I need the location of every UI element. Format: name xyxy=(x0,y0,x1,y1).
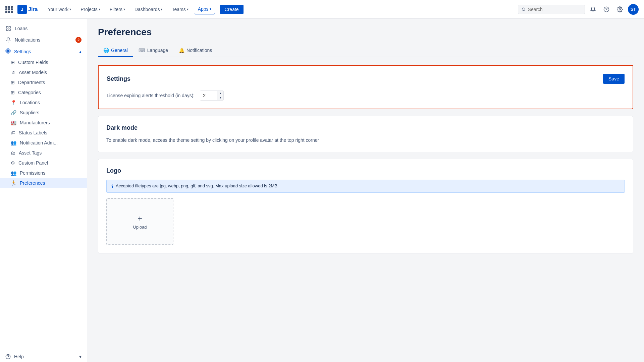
license-threshold-input[interactable] xyxy=(200,91,217,100)
tabs: 🌐 General ⌨ Language 🔔 Notifications xyxy=(98,44,633,57)
settings-card: Settings Save License expiring alerts th… xyxy=(98,65,633,109)
sidebar-item-asset-models[interactable]: 🖥 Asset Models xyxy=(0,67,87,77)
settings-card-title: Settings xyxy=(107,75,130,82)
permissions-icon: 👥 xyxy=(11,170,16,176)
spinner-buttons: ▲ ▼ xyxy=(217,91,223,100)
sidebar-settings-header[interactable]: Settings ▴ xyxy=(0,46,87,57)
sidebar-item-preferences[interactable]: 🏃 Preferences xyxy=(0,178,87,188)
main-content: Preferences 🌐 General ⌨ Language 🔔 Notif… xyxy=(87,19,644,362)
dark-mode-card: Dark mode To enable dark mode, access th… xyxy=(98,116,633,152)
top-navigation: J Jira Your work ▾ Projects ▾ Filters ▾ … xyxy=(0,0,644,19)
sidebar-item-notification-adm[interactable]: 👥 Notification Adm... xyxy=(0,138,87,148)
sidebar-item-departments[interactable]: ⊞ Departments xyxy=(0,77,87,87)
upload-area[interactable]: + Upload xyxy=(106,198,173,245)
nav-your-work[interactable]: Your work ▾ xyxy=(44,5,74,14)
tab-general[interactable]: 🌐 General xyxy=(98,44,133,57)
asset-models-icon: 🖥 xyxy=(11,70,15,75)
dark-mode-description: To enable dark mode, access the theme se… xyxy=(106,137,625,144)
tab-language[interactable]: ⌨ Language xyxy=(133,44,173,57)
settings-gear-icon xyxy=(5,48,11,55)
sidebar-item-locations[interactable]: 📍 Locations xyxy=(0,98,87,108)
sidebar: Loans Notifications 2 Settings ▴ xyxy=(0,19,87,362)
sidebar-item-permissions[interactable]: 👥 Permissions xyxy=(0,168,87,178)
suppliers-icon: 🔗 xyxy=(11,110,16,115)
status-labels-icon: 🏷 xyxy=(11,130,15,135)
notification-adm-icon: 👥 xyxy=(11,140,16,145)
manufacturers-icon: 🏭 xyxy=(11,120,16,125)
upload-label: Upload xyxy=(133,225,147,230)
nav-apps[interactable]: Apps ▾ xyxy=(195,4,215,14)
chevron-down-icon: ▾ xyxy=(187,7,189,11)
chevron-down-icon: ▾ xyxy=(123,7,125,11)
sidebar-item-loans[interactable]: Loans xyxy=(0,23,87,34)
sidebar-notifications-label: Notifications xyxy=(15,37,40,43)
spinner-up-button[interactable]: ▲ xyxy=(217,91,223,96)
svg-line-1 xyxy=(525,10,525,11)
preferences-icon: 🏃 xyxy=(11,180,16,186)
spinner-down-button[interactable]: ▼ xyxy=(217,96,223,100)
settings-label: Settings xyxy=(14,49,31,54)
jira-logo-icon: J xyxy=(17,5,27,14)
bell-icon xyxy=(5,37,11,43)
sidebar-help[interactable]: Help ▾ xyxy=(0,351,87,362)
upload-plus-icon: + xyxy=(138,214,142,223)
sidebar-item-suppliers[interactable]: 🔗 Suppliers xyxy=(0,108,87,118)
svg-point-0 xyxy=(522,8,525,10)
search-input[interactable] xyxy=(528,7,581,12)
categories-icon: ⊞ xyxy=(11,90,15,95)
svg-rect-8 xyxy=(6,29,8,31)
sidebar-item-notifications[interactable]: Notifications 2 xyxy=(0,34,87,46)
license-threshold-field: License expiring alerts threshold (in da… xyxy=(107,90,625,101)
custom-panel-icon: ⚙ xyxy=(11,160,15,166)
settings-gear-icon[interactable] xyxy=(614,4,625,15)
jira-logo-text: Jira xyxy=(28,6,38,12)
apps-grid-icon[interactable] xyxy=(5,6,13,13)
svg-rect-6 xyxy=(9,26,10,28)
sidebar-item-asset-tags[interactable]: 🗂 Asset Tags xyxy=(0,148,87,158)
notifications-bell-icon[interactable] xyxy=(588,4,598,15)
license-threshold-input-wrapper: ▲ ▼ xyxy=(200,90,224,101)
globe-icon: 🌐 xyxy=(103,48,109,53)
help-icon[interactable] xyxy=(601,4,612,15)
info-icon: ℹ xyxy=(111,184,113,189)
custom-fields-icon: ⊞ xyxy=(11,60,15,65)
sidebar-item-categories[interactable]: ⊞ Categories xyxy=(0,87,87,98)
nav-filters[interactable]: Filters ▾ xyxy=(106,5,128,14)
sidebar-loans-label: Loans xyxy=(15,26,28,31)
loans-icon xyxy=(5,25,11,32)
nav-projects[interactable]: Projects ▾ xyxy=(77,5,104,14)
dark-mode-title: Dark mode xyxy=(106,124,625,131)
chevron-down-icon: ▾ xyxy=(210,7,211,11)
sidebar-item-manufacturers[interactable]: 🏭 Manufacturers xyxy=(0,118,87,128)
sidebar-item-custom-panel[interactable]: ⚙ Custom Panel xyxy=(0,158,87,168)
tab-notifications[interactable]: 🔔 Notifications xyxy=(173,44,217,57)
logo-card-title: Logo xyxy=(106,167,625,174)
departments-icon: ⊞ xyxy=(11,80,15,85)
svg-point-9 xyxy=(7,50,9,52)
logo-card: Logo ℹ Accepted filetypes are jpg, webp,… xyxy=(98,159,633,253)
svg-rect-5 xyxy=(6,26,8,28)
svg-rect-7 xyxy=(9,29,10,31)
avatar[interactable]: ST xyxy=(628,4,639,15)
chevron-down-icon: ▾ xyxy=(69,7,71,11)
sidebar-item-status-labels[interactable]: 🏷 Status Labels xyxy=(0,128,87,138)
nav-dashboards[interactable]: Dashboards ▾ xyxy=(131,5,166,14)
asset-tags-icon: 🗂 xyxy=(11,150,15,156)
search-box[interactable] xyxy=(518,5,585,14)
sidebar-item-custom-fields[interactable]: ⊞ Custom Fields xyxy=(0,57,87,67)
settings-section: Settings ▴ ⊞ Custom Fields 🖥 Asset Model… xyxy=(0,46,87,188)
notifications-badge: 2 xyxy=(75,37,82,43)
create-button[interactable]: Create xyxy=(220,5,244,14)
search-icon xyxy=(522,7,526,12)
keyboard-icon: ⌨ xyxy=(139,48,145,53)
save-button[interactable]: Save xyxy=(603,74,625,84)
settings-children: ⊞ Custom Fields 🖥 Asset Models ⊞ Departm… xyxy=(0,57,87,188)
bell-tab-icon: 🔔 xyxy=(179,48,184,53)
chevron-down-icon: ▾ xyxy=(79,354,82,359)
chevron-up-icon: ▴ xyxy=(79,49,82,54)
jira-logo[interactable]: J Jira xyxy=(17,5,38,14)
nav-teams[interactable]: Teams ▾ xyxy=(168,5,192,14)
license-threshold-label: License expiring alerts threshold (in da… xyxy=(107,93,195,98)
page-title: Preferences xyxy=(98,27,633,38)
svg-point-4 xyxy=(619,8,621,10)
